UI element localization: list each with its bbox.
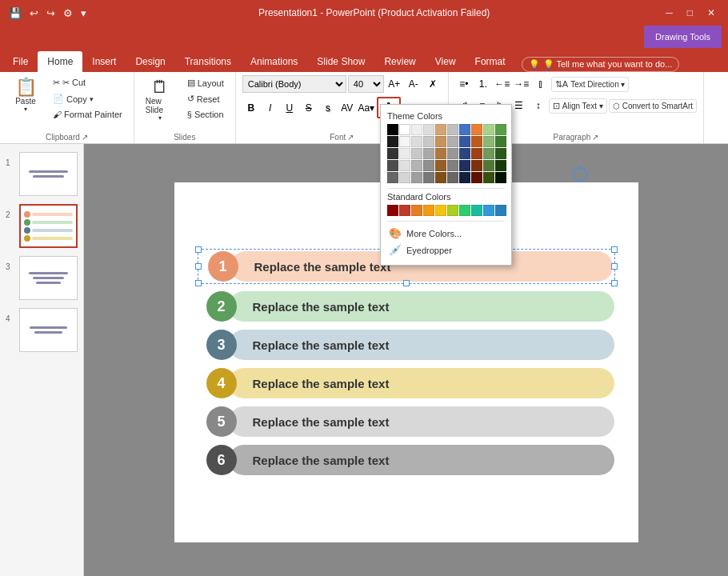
list-text-2[interactable]: Replace the sample text bbox=[229, 291, 614, 322]
columns-button[interactable]: ⫿ bbox=[532, 75, 550, 93]
handle-b[interactable] bbox=[403, 280, 410, 286]
color-cell[interactable] bbox=[447, 160, 458, 171]
handle-r[interactable] bbox=[611, 263, 618, 270]
color-cell[interactable] bbox=[459, 160, 470, 171]
color-cell[interactable] bbox=[387, 136, 398, 147]
color-cell[interactable] bbox=[483, 160, 494, 171]
color-cell[interactable] bbox=[459, 172, 470, 183]
convert-smartart-button[interactable]: ⬡ Convert to SmartArt bbox=[609, 99, 697, 113]
list-item-4[interactable]: 4 Replace the sample text bbox=[198, 368, 614, 398]
tab-transitions[interactable]: Transitions bbox=[175, 51, 241, 72]
cut-button[interactable]: ✂ ✂ Cut bbox=[48, 75, 127, 90]
color-cell[interactable] bbox=[471, 160, 482, 171]
save-button[interactable]: 💾 bbox=[6, 6, 24, 21]
std-color[interactable] bbox=[471, 205, 482, 216]
list-text-5[interactable]: Replace the sample text bbox=[229, 406, 614, 437]
color-cell[interactable] bbox=[423, 148, 434, 159]
handle-tl[interactable] bbox=[195, 246, 202, 253]
color-cell[interactable] bbox=[423, 172, 434, 183]
color-light-green[interactable] bbox=[483, 124, 494, 135]
color-cell[interactable] bbox=[411, 160, 422, 171]
handle-bl[interactable] bbox=[195, 280, 202, 286]
copy-button[interactable]: 📄 Copy ▾ bbox=[48, 91, 127, 106]
color-cell[interactable] bbox=[411, 172, 422, 183]
std-color[interactable] bbox=[435, 205, 446, 216]
std-color[interactable] bbox=[447, 205, 458, 216]
color-cell[interactable] bbox=[447, 136, 458, 147]
section-button[interactable]: § Section bbox=[182, 107, 229, 122]
color-cell[interactable] bbox=[483, 148, 494, 159]
handle-tr[interactable] bbox=[611, 246, 618, 253]
bullets-button[interactable]: ≡• bbox=[455, 75, 473, 93]
std-color[interactable] bbox=[483, 205, 494, 216]
close-button[interactable]: ✕ bbox=[701, 6, 722, 20]
color-cell[interactable] bbox=[495, 172, 506, 183]
layout-button[interactable]: ▤ Layout bbox=[182, 75, 229, 90]
color-cell[interactable] bbox=[495, 160, 506, 171]
tab-file[interactable]: File bbox=[3, 51, 38, 72]
color-cell[interactable] bbox=[447, 148, 458, 159]
justify-button[interactable]: ☰ bbox=[510, 97, 528, 114]
bold-button[interactable]: B bbox=[242, 99, 260, 117]
italic-button[interactable]: I bbox=[262, 99, 279, 117]
color-cell[interactable] bbox=[387, 160, 398, 171]
tab-design[interactable]: Design bbox=[126, 51, 174, 72]
rotation-handle[interactable] bbox=[572, 166, 588, 185]
more-colors-option[interactable]: 🎨 More Colors... bbox=[387, 225, 505, 242]
clear-format-button[interactable]: ✗ bbox=[424, 75, 442, 93]
increase-font-button[interactable]: A+ bbox=[386, 75, 403, 93]
slide-img-3[interactable] bbox=[19, 256, 78, 300]
list-item-2[interactable]: 2 Replace the sample text bbox=[198, 291, 614, 322]
clipboard-expand-icon[interactable]: ↗ bbox=[82, 133, 88, 142]
color-cell[interactable] bbox=[447, 172, 458, 183]
slide-thumbnail-2[interactable]: 2 bbox=[4, 202, 79, 250]
color-cell[interactable] bbox=[399, 160, 410, 171]
tab-slideshow[interactable]: Slide Show bbox=[307, 51, 374, 72]
color-orange[interactable] bbox=[471, 124, 482, 135]
std-color[interactable] bbox=[423, 205, 434, 216]
decrease-indent-button[interactable]: ←≡ bbox=[494, 75, 511, 93]
text-direction-button[interactable]: ⇅A Text Direction ▾ bbox=[551, 77, 630, 92]
color-cell[interactable] bbox=[399, 136, 410, 147]
color-cell[interactable] bbox=[399, 148, 410, 159]
tab-review[interactable]: Review bbox=[374, 51, 425, 72]
numbered-list-button[interactable]: 1. bbox=[474, 75, 492, 93]
format-painter-button[interactable]: 🖌 Format Painter bbox=[48, 107, 127, 122]
strikethrough-button[interactable]: S bbox=[300, 99, 318, 117]
color-cell[interactable] bbox=[471, 148, 482, 159]
color-white[interactable] bbox=[399, 124, 410, 135]
tab-format[interactable]: Format bbox=[466, 51, 515, 72]
color-cell[interactable] bbox=[411, 148, 422, 159]
align-text-button[interactable]: ⊡ Align Text ▾ bbox=[549, 98, 607, 114]
char-spacing-button[interactable]: AV bbox=[338, 99, 356, 117]
color-cell[interactable] bbox=[435, 172, 446, 183]
maximize-button[interactable]: □ bbox=[681, 6, 699, 20]
tell-me-box[interactable]: 💡 💡 Tell me what you want to do... bbox=[522, 57, 680, 72]
tab-view[interactable]: View bbox=[426, 51, 466, 72]
color-silver[interactable] bbox=[447, 124, 458, 135]
shadow-button[interactable]: s bbox=[319, 99, 337, 117]
handle-l[interactable] bbox=[195, 263, 202, 270]
font-family-select[interactable]: Calibri (Body) bbox=[242, 75, 346, 93]
new-slide-button[interactable]: 🗒 New Slide ▾ bbox=[141, 75, 179, 123]
list-text-4[interactable]: Replace the sample text bbox=[229, 368, 614, 398]
list-item-5[interactable]: 5 Replace the sample text bbox=[198, 406, 614, 437]
color-cell[interactable] bbox=[459, 136, 470, 147]
color-green[interactable] bbox=[495, 124, 506, 135]
list-text-6[interactable]: Replace the sample text bbox=[229, 445, 614, 475]
color-cell[interactable] bbox=[435, 136, 446, 147]
eyedropper-option[interactable]: 💉 Eyedropper bbox=[387, 242, 505, 258]
customize-qat-button[interactable]: ⚙ bbox=[61, 6, 75, 21]
line-spacing-button[interactable]: ↕ bbox=[530, 97, 547, 114]
minimize-button[interactable]: ─ bbox=[659, 6, 679, 20]
color-cell[interactable] bbox=[423, 160, 434, 171]
color-cell[interactable] bbox=[483, 172, 494, 183]
change-case-button[interactable]: Aa▾ bbox=[358, 99, 375, 117]
paragraph-expand-icon[interactable]: ↗ bbox=[592, 133, 598, 142]
slide-img-4[interactable] bbox=[19, 308, 78, 352]
list-text-3[interactable]: Replace the sample text bbox=[229, 330, 614, 360]
increase-indent-button[interactable]: →≡ bbox=[513, 75, 530, 93]
paste-button[interactable]: 📋 Paste ▾ bbox=[6, 75, 45, 123]
std-color[interactable] bbox=[459, 205, 470, 216]
reset-button[interactable]: ↺ Reset bbox=[182, 91, 229, 106]
